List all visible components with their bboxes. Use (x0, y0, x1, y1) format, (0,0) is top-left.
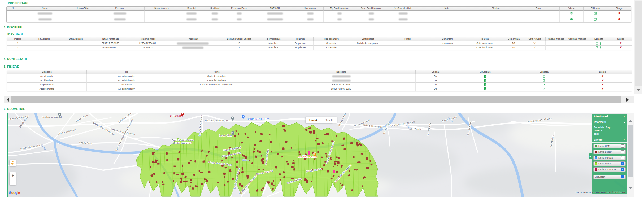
document-icon[interactable] (484, 87, 486, 90)
layer-checkbox[interactable] (621, 150, 624, 153)
zoom-in-button[interactable]: + (10, 172, 16, 179)
globe-icon[interactable] (570, 12, 573, 15)
delete-icon[interactable]: ✘ (601, 79, 603, 82)
layer-color-swatch (595, 151, 597, 153)
cell (204, 16, 225, 22)
table-row[interactable]: 13253/17-05-199322304,22304-C12Intabular… (7, 41, 632, 46)
layer-checkbox[interactable]: ✓ (621, 175, 624, 178)
scroll-left-button[interactable] (4, 96, 11, 103)
edit-icon[interactable] (596, 46, 599, 49)
layer-checkbox[interactable]: ✓ (621, 168, 624, 171)
layer-item-limita-parcela[interactable]: Limita Parcela (593, 156, 626, 160)
document-icon[interactable] (484, 79, 486, 82)
layer-item-limita-constructie[interactable]: Limita Constructie✓ (593, 167, 626, 172)
delete-icon[interactable]: ✘ (618, 17, 620, 20)
layer-item-limita-uat[interactable]: Limita UAT (593, 144, 626, 148)
cell (455, 74, 515, 78)
cell: Act proprietate (7, 87, 87, 91)
poi-label[interactable]: Primăria Comunei Oituz (205, 119, 230, 122)
poi-label[interactable]: Serele Oituz (219, 134, 232, 137)
panel-collapse-tab[interactable]: ▶ (589, 153, 592, 159)
scroll-down-button[interactable] (634, 87, 642, 93)
table-row[interactable]: Act proprietateAct notarialContract de v… (7, 83, 632, 87)
panel-section-layere[interactable]: Layere ▲ (592, 137, 627, 142)
map-scroll-down-button[interactable] (629, 187, 632, 189)
delete-icon[interactable]: ✘ (620, 42, 622, 45)
column-header: CNP / CUI (253, 7, 297, 11)
delete-icon[interactable]: ✘ (620, 46, 622, 49)
edit-icon[interactable] (543, 83, 546, 86)
layer-item-limita-imobil[interactable]: Limita Imobil✓ (593, 161, 626, 166)
edit-icon[interactable] (596, 42, 599, 45)
globe-icon[interactable] (570, 18, 573, 21)
scroll-right-button[interactable] (624, 96, 631, 103)
map-container[interactable]: Strada StejaruluiStrada EliadeStrada Mir… (7, 113, 634, 197)
delete-icon[interactable]: ✘ (601, 87, 603, 90)
cell: 1/1 (503, 46, 524, 50)
delete-icon[interactable]: ✘ (618, 12, 620, 15)
table-row[interactable]: ✘ (7, 16, 631, 22)
horizontal-scrollbar[interactable] (4, 96, 634, 103)
redacted-value (114, 12, 126, 15)
paperclip-icon[interactable] (599, 42, 602, 45)
poi-label[interactable]: Gradina lu' Marinel (42, 116, 62, 119)
poi-label[interactable]: Montini Lavezzari" (173, 142, 192, 144)
layer-color-swatch (595, 168, 597, 171)
table-row[interactable]: Act proprietateAct administrativ18426 / … (7, 87, 632, 91)
table-row[interactable]: ✘ (7, 11, 631, 16)
column-header: Notari (386, 37, 429, 41)
map-canvas[interactable]: Strada StejaruluiStrada EliadeStrada Mir… (8, 113, 634, 197)
column-header: Cantitate Moneda (567, 37, 588, 41)
cell (355, 16, 387, 22)
column-header: Tip Drept (287, 37, 314, 41)
map-type-satelit-button[interactable]: Satelit (321, 117, 337, 123)
document-icon[interactable] (484, 75, 486, 78)
vertical-scrollbar-thumb[interactable] (635, 1, 642, 86)
layer-item-limita-sector[interactable]: Limita Sector (593, 150, 626, 154)
column-header: Editeaza (584, 7, 607, 11)
cell: Act identitate (7, 74, 87, 78)
edit-icon[interactable] (543, 75, 546, 78)
map-attribution: Comenzi rapide de la tastatură Date hart… (575, 191, 625, 194)
cell (387, 11, 419, 16)
column-header: Tip Inregistrare (259, 37, 287, 41)
layer-checkbox[interactable]: ✓ (621, 162, 624, 165)
chevron-up-icon: ▲ (624, 139, 625, 140)
layer-checkbox[interactable] (621, 144, 624, 148)
poi-label[interactable]: CARPORTAR SERV (247, 118, 269, 120)
delete-icon[interactable]: ✘ (601, 74, 603, 77)
map-vertical-scrollbar[interactable] (627, 113, 634, 197)
horizontal-scrollbar-thumb[interactable] (11, 96, 621, 103)
layer-color-swatch (595, 162, 597, 165)
vertical-scrollbar[interactable] (634, 0, 642, 94)
edit-icon[interactable] (594, 12, 597, 15)
column-header: Initiala Tata (70, 7, 95, 11)
layer-item-masuratori[interactable]: Masuratori✓ (593, 175, 626, 179)
cell (145, 11, 179, 16)
column-header: Note (419, 7, 475, 11)
edit-icon[interactable] (543, 87, 546, 90)
map-type-harta-button[interactable]: Hartă (306, 117, 321, 123)
cell: Da (416, 83, 455, 87)
panel-section-label: Informatii (594, 121, 606, 124)
table-row[interactable]: Act identitateAct administrativCarte de … (7, 74, 632, 78)
layer-checkbox[interactable] (621, 156, 624, 159)
panel-section-atentionari[interactable]: Atentionari ▲ (592, 114, 627, 119)
zoom-out-button[interactable]: − (10, 179, 16, 185)
edit-icon[interactable] (594, 18, 597, 21)
column-header: Tip (87, 70, 166, 74)
edit-icon[interactable] (543, 79, 546, 82)
map-scrollbar-thumb[interactable] (628, 125, 633, 177)
cell (179, 11, 204, 16)
poi-label[interactable]: Casa de copii "Maria (172, 139, 194, 142)
pegman-button[interactable] (10, 160, 16, 166)
paperclip-icon[interactable] (599, 46, 602, 49)
cell (515, 78, 573, 83)
map-scroll-up-button[interactable] (629, 120, 632, 122)
table-row[interactable]: 218426/28-07-202122304-C22IntabulareProp… (7, 46, 632, 50)
panel-section-informatii[interactable]: Informatii ▲ (592, 119, 627, 125)
table-row[interactable]: Act identitateAct administrativCarte de … (7, 78, 632, 83)
document-icon[interactable] (484, 83, 486, 86)
delete-icon[interactable]: ✘ (601, 83, 603, 86)
column-header: Original (416, 70, 455, 74)
